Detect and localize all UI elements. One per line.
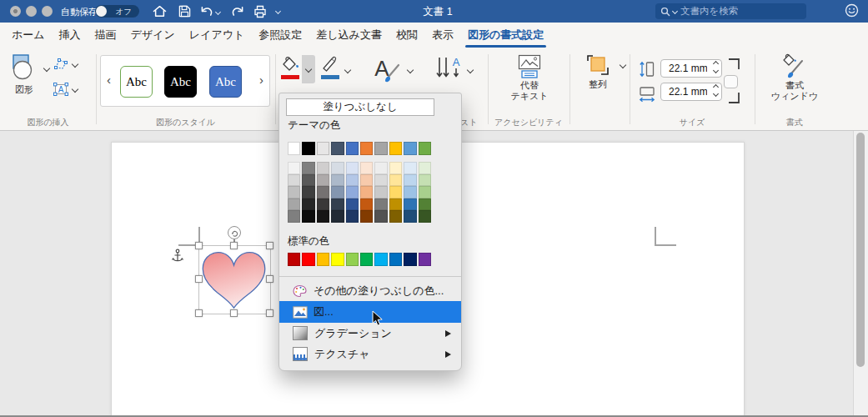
- shape-height-field[interactable]: [660, 59, 722, 78]
- theme-variant-swatch[interactable]: [317, 174, 329, 187]
- fill-menu-item[interactable]: テクスチャ: [279, 344, 461, 364]
- gallery-prev-icon[interactable]: ‹: [107, 73, 111, 87]
- standard-color-swatch[interactable]: [317, 253, 329, 266]
- theme-variant-swatch[interactable]: [360, 186, 373, 198]
- theme-variant-swatch[interactable]: [389, 174, 402, 187]
- theme-variant-swatch[interactable]: [346, 198, 359, 211]
- theme-variant-swatch[interactable]: [317, 210, 329, 223]
- theme-variant-swatch[interactable]: [302, 162, 314, 174]
- theme-variant-swatch[interactable]: [331, 186, 344, 198]
- shape-fill-button[interactable]: [280, 55, 302, 83]
- standard-color-swatch[interactable]: [360, 253, 373, 266]
- shape-outline-chevron-icon[interactable]: [344, 67, 351, 73]
- theme-color-swatch[interactable]: [404, 142, 416, 155]
- height-stepper[interactable]: [714, 62, 718, 73]
- standard-color-swatch[interactable]: [389, 253, 402, 266]
- arrange-chevron-icon[interactable]: [620, 62, 626, 68]
- ribbon-tab[interactable]: 参照設定: [258, 23, 302, 48]
- shapes-chevron-icon[interactable]: [43, 65, 50, 72]
- gallery-next-icon[interactable]: ›: [259, 73, 263, 87]
- resize-handle-se[interactable]: [266, 309, 273, 317]
- zoom-window-button[interactable]: [42, 6, 53, 17]
- shape-outline-button[interactable]: [320, 55, 342, 83]
- theme-color-swatch[interactable]: [302, 142, 314, 155]
- text-effects-button[interactable]: A: [374, 56, 404, 83]
- fill-menu-item[interactable]: 図...: [279, 301, 461, 323]
- theme-color-swatch[interactable]: [346, 142, 359, 155]
- standard-color-swatch[interactable]: [419, 253, 431, 266]
- width-stepper[interactable]: [714, 85, 718, 96]
- resize-handle-e[interactable]: [266, 275, 273, 283]
- standard-color-swatch[interactable]: [331, 253, 344, 266]
- theme-variant-swatch[interactable]: [317, 186, 329, 198]
- theme-variant-swatch[interactable]: [331, 162, 344, 174]
- minimize-window-button[interactable]: [26, 6, 37, 17]
- theme-variant-swatch[interactable]: [360, 210, 373, 223]
- theme-color-swatch[interactable]: [288, 142, 300, 155]
- theme-variant-swatch[interactable]: [302, 186, 314, 198]
- arrange-button[interactable]: 整列: [577, 54, 619, 90]
- autosave-toggle[interactable]: オフ: [95, 5, 139, 18]
- vertical-scrollbar[interactable]: [853, 131, 868, 417]
- theme-variant-swatch[interactable]: [302, 174, 314, 187]
- close-window-button[interactable]: [10, 6, 21, 17]
- print-icon[interactable]: [253, 4, 268, 18]
- scrollbar-thumb[interactable]: [856, 133, 865, 367]
- ribbon-tab[interactable]: デザイン: [131, 23, 175, 48]
- ribbon-tab[interactable]: 図形の書式設定: [468, 23, 544, 48]
- theme-variant-swatch[interactable]: [288, 198, 300, 211]
- standard-color-swatch[interactable]: [404, 253, 416, 266]
- theme-variant-swatch[interactable]: [374, 174, 387, 187]
- undo-icon[interactable]: [199, 4, 214, 18]
- theme-variant-swatch[interactable]: [302, 198, 314, 211]
- shape-fill-dropdown-arrow[interactable]: [302, 55, 315, 83]
- edit-shape-button[interactable]: [53, 58, 78, 71]
- theme-variant-swatch[interactable]: [389, 162, 402, 174]
- theme-variant-swatch[interactable]: [374, 186, 387, 198]
- theme-variant-swatch[interactable]: [374, 162, 387, 174]
- redo-icon[interactable]: [230, 4, 245, 18]
- resize-handle-ne[interactable]: [266, 242, 273, 249]
- toolbar-customize-chevron-icon[interactable]: [275, 8, 281, 14]
- ribbon-tab[interactable]: 描画: [95, 23, 117, 48]
- shape-style-chip[interactable]: Abc: [209, 66, 242, 98]
- format-pane-button[interactable]: 書式 ウィンドウ: [769, 53, 820, 102]
- feedback-smiley-icon[interactable]: [844, 3, 859, 18]
- theme-variant-swatch[interactable]: [331, 198, 344, 211]
- standard-color-swatch[interactable]: [302, 253, 314, 266]
- theme-variant-swatch[interactable]: [360, 162, 373, 174]
- shape-height-input[interactable]: [667, 62, 709, 75]
- undo-dropdown-chevron-icon[interactable]: [215, 9, 221, 15]
- resize-handle-w[interactable]: [195, 275, 203, 283]
- theme-variant-swatch[interactable]: [419, 186, 431, 198]
- ribbon-tab[interactable]: 表示: [432, 23, 454, 48]
- resize-handle-s[interactable]: [230, 309, 238, 317]
- theme-variant-swatch[interactable]: [346, 174, 359, 187]
- theme-variant-swatch[interactable]: [288, 210, 300, 223]
- ribbon-tab[interactable]: ホーム: [12, 23, 45, 48]
- ribbon-tab[interactable]: 挿入: [59, 23, 81, 48]
- theme-color-swatch[interactable]: [374, 142, 387, 155]
- theme-variant-swatch[interactable]: [360, 174, 373, 187]
- theme-variant-swatch[interactable]: [404, 210, 416, 223]
- theme-variant-swatch[interactable]: [317, 198, 329, 211]
- text-box-button[interactable]: A: [53, 83, 78, 96]
- text-direction-chevron-icon[interactable]: [467, 67, 474, 73]
- theme-color-swatch[interactable]: [317, 142, 329, 155]
- theme-variant-swatch[interactable]: [288, 174, 300, 187]
- resize-handle-sw[interactable]: [195, 309, 203, 317]
- theme-variant-swatch[interactable]: [346, 162, 359, 174]
- rotation-handle[interactable]: [228, 226, 241, 239]
- theme-color-swatch[interactable]: [389, 142, 402, 155]
- shape-width-input[interactable]: [667, 85, 709, 98]
- theme-variant-swatch[interactable]: [374, 198, 387, 211]
- insert-shape-button[interactable]: [10, 54, 38, 81]
- theme-variant-swatch[interactable]: [360, 198, 373, 211]
- theme-color-swatch[interactable]: [419, 142, 431, 155]
- text-direction-button[interactable]: A: [435, 56, 464, 81]
- text-effects-chevron-icon[interactable]: [407, 67, 414, 73]
- theme-variant-swatch[interactable]: [419, 174, 431, 187]
- search-input[interactable]: 文書内を検索: [655, 3, 806, 19]
- theme-variant-swatch[interactable]: [419, 210, 431, 223]
- theme-variant-swatch[interactable]: [331, 210, 344, 223]
